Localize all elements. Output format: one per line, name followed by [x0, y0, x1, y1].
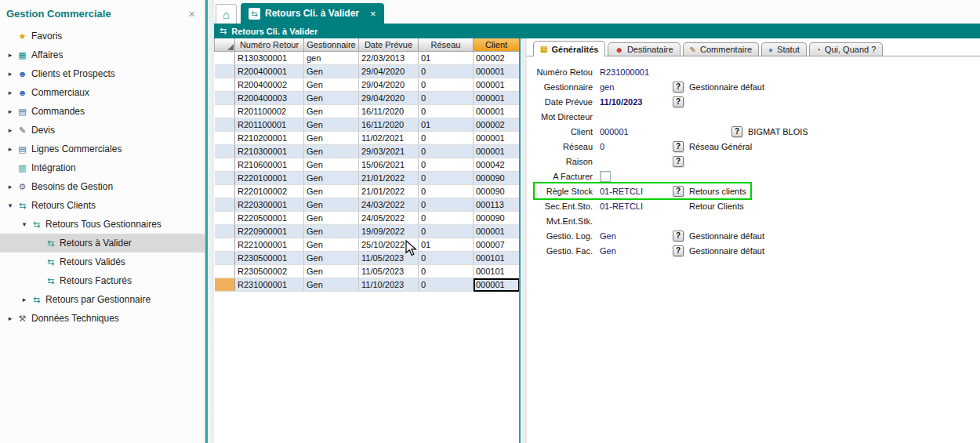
row-marker[interactable]	[215, 65, 235, 78]
sidebar-item-clients-et-prospects[interactable]: ▸☻Clients et Prospects	[0, 64, 205, 83]
sidebar-item-retours-a-valider[interactable]: ⇆Retours à Valider	[0, 234, 205, 252]
cell-gestionnaire[interactable]: Gen	[304, 78, 359, 92]
gestio-log-value[interactable]: Gen	[600, 231, 673, 241]
cell-numero-retour[interactable]: R220100001	[235, 172, 304, 185]
cell-gestionnaire[interactable]: Gen	[304, 145, 359, 158]
cell-numero-retour[interactable]: R200400001	[235, 65, 304, 78]
cell-date-prevue[interactable]: 29/04/2020	[359, 65, 419, 78]
expand-arrow-icon[interactable]: ▸	[5, 183, 16, 191]
row-marker[interactable]	[215, 252, 235, 265]
cell-numero-retour[interactable]: R220100002	[235, 185, 304, 198]
expand-arrow-icon[interactable]: ▸	[5, 107, 16, 115]
sidebar-item-commerciaux[interactable]: ▸☻Commerciaux	[0, 83, 205, 102]
table-row[interactable]: R231000001Gen11/10/20230000001	[215, 278, 520, 292]
sidebar-item-devis[interactable]: ▸✎Devis	[0, 121, 205, 140]
cell-gestionnaire[interactable]: Gen	[304, 172, 359, 185]
table-row[interactable]: R200400001Gen29/04/20200000001	[215, 65, 520, 78]
detail-tab-qui-quand[interactable]: ◔Qui, Quand ?	[809, 42, 883, 56]
sidebar-close-icon[interactable]: ×	[188, 10, 195, 18]
cell-reseau[interactable]: 0	[419, 225, 474, 238]
cell-numero-retour[interactable]: R230500001	[235, 252, 304, 265]
cell-gestionnaire[interactable]: Gen	[304, 65, 359, 78]
cell-reseau[interactable]: 0	[419, 198, 474, 212]
expand-arrow-icon[interactable]: ▸	[5, 145, 16, 153]
cell-date-prevue[interactable]: 22/03/2013	[359, 52, 419, 65]
cell-client[interactable]: 000101	[474, 252, 520, 265]
row-marker[interactable]	[215, 265, 235, 278]
sidebar-item-retours-clients[interactable]: ▾⇆Retours Clients	[0, 196, 205, 215]
table-row[interactable]: R230500002Gen11/05/20230000101	[215, 265, 520, 278]
expand-arrow-icon[interactable]: ▸	[19, 296, 30, 303]
cell-numero-retour[interactable]: R230500002	[235, 265, 304, 278]
help-button[interactable]: ?	[673, 82, 684, 93]
date-prevue-value[interactable]: 11/10/2023	[600, 97, 673, 107]
detail-tab-destinataire[interactable]: ☻Destinataire	[608, 42, 680, 56]
cell-reseau[interactable]: 0	[419, 252, 474, 265]
sidebar-item-retours-factures[interactable]: ⇆Retours Facturés	[0, 271, 205, 290]
collapse-arrow-icon[interactable]: ▾	[19, 220, 30, 228]
table-row[interactable]: R220100002Gen21/01/20220000090	[215, 185, 520, 198]
table-row[interactable]: R220100001Gen21/01/20220000090	[215, 172, 520, 185]
cell-numero-retour[interactable]: R200400003	[235, 92, 304, 105]
cell-date-prevue[interactable]: 21/01/2022	[359, 172, 419, 185]
home-tab[interactable]: ⌂	[216, 4, 237, 24]
cell-date-prevue[interactable]: 24/05/2022	[359, 212, 419, 225]
cell-reseau[interactable]: 0	[419, 278, 474, 292]
tab-close-icon[interactable]: ×	[370, 8, 376, 20]
column-header-date-prevue[interactable]: Date Prévue	[359, 38, 419, 52]
cell-client[interactable]: 000042	[474, 158, 520, 172]
cell-gestionnaire[interactable]: Gen	[304, 118, 359, 132]
cell-numero-retour[interactable]: R221000001	[235, 238, 304, 252]
cell-gestionnaire[interactable]: Gen	[304, 92, 359, 105]
sidebar-item-retours-par-gestionnaire[interactable]: ▸⇆Retours par Gestionnaire	[0, 290, 205, 309]
cell-date-prevue[interactable]: 24/03/2022	[359, 198, 419, 212]
row-marker[interactable]	[215, 212, 235, 225]
row-marker[interactable]	[215, 158, 235, 172]
cell-client[interactable]: 000090	[474, 185, 520, 198]
cell-date-prevue[interactable]: 25/10/2022	[359, 238, 419, 252]
sidebar-item-retours-tous-gestionnaires[interactable]: ▾⇆Retours Tous Gestionnaires	[0, 215, 205, 234]
cell-gestionnaire[interactable]: Gen	[304, 212, 359, 225]
tab-retours-cli-a-valider[interactable]: ⇆ Retours Cli. à Valider ×	[241, 3, 384, 24]
help-button[interactable]: ?	[731, 126, 742, 137]
expand-arrow-icon[interactable]: ▸	[5, 51, 16, 59]
help-button[interactable]: ?	[673, 96, 684, 107]
row-marker[interactable]	[215, 225, 235, 238]
cell-reseau[interactable]: 0	[419, 145, 474, 158]
table-row[interactable]: R221000001Gen25/10/202201000007	[215, 238, 520, 252]
cell-client[interactable]: 000001	[474, 92, 520, 105]
sidebar-item-besoins-de-gestion[interactable]: ▸⚙Besoins de Gestion	[0, 177, 205, 196]
expand-arrow-icon[interactable]: ▸	[5, 89, 16, 96]
table-row[interactable]: R200400003Gen29/04/20200000001	[215, 92, 520, 105]
cell-client[interactable]: 000101	[474, 265, 520, 278]
cell-date-prevue[interactable]: 21/01/2022	[359, 185, 419, 198]
cell-client[interactable]: 000002	[474, 118, 520, 132]
cell-client[interactable]: 000001	[474, 278, 520, 292]
cell-date-prevue[interactable]: 29/03/2021	[359, 145, 419, 158]
column-header-gestionnaire[interactable]: Gestionnaire	[304, 38, 359, 52]
a-facturer-checkbox[interactable]	[600, 171, 611, 182]
cell-gestionnaire[interactable]: Gen	[304, 252, 359, 265]
row-marker[interactable]	[215, 105, 235, 118]
row-marker[interactable]	[215, 198, 235, 212]
cell-reseau[interactable]: 0	[419, 105, 474, 118]
row-marker[interactable]	[215, 52, 235, 65]
table-row[interactable]: R220900001Gen19/09/20220000001	[215, 225, 520, 238]
numero-retou-value[interactable]: R231000001	[600, 67, 673, 77]
column-header-numero-retour[interactable]: Numéro Retour	[235, 38, 304, 52]
cell-client[interactable]: 000090	[474, 212, 520, 225]
cell-date-prevue[interactable]: 16/11/2020	[359, 118, 419, 132]
cell-numero-retour[interactable]: R210200001	[235, 132, 304, 145]
cell-reseau[interactable]: 01	[419, 238, 474, 252]
help-button[interactable]: ?	[673, 156, 684, 167]
expand-arrow-icon[interactable]: ▸	[5, 126, 16, 134]
table-row[interactable]: R200400002Gen29/04/20200000001	[215, 78, 520, 92]
row-marker[interactable]	[215, 118, 235, 132]
cell-date-prevue[interactable]: 29/04/2020	[359, 92, 419, 105]
cell-client[interactable]: 000090	[474, 172, 520, 185]
cell-reseau[interactable]: 01	[419, 118, 474, 132]
client-value[interactable]: 000001	[600, 127, 731, 136]
table-row[interactable]: R210200001Gen11/02/20210000001	[215, 132, 520, 145]
cell-numero-retour[interactable]: R220900001	[235, 225, 304, 238]
gestio-fac-value[interactable]: Gen	[600, 246, 673, 256]
